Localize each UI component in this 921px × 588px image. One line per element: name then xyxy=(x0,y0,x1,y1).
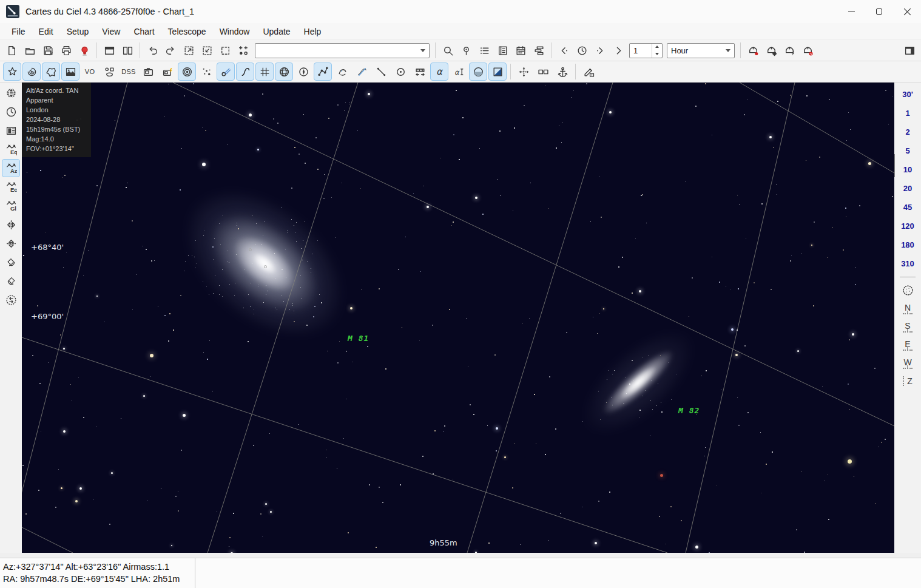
selection-marquee-button[interactable] xyxy=(217,42,234,59)
show-circle-marker-button[interactable] xyxy=(391,63,410,81)
rotate-left-button[interactable] xyxy=(2,272,20,290)
flip-vertical-button[interactable] xyxy=(2,234,20,252)
fov-2deg-button[interactable]: 2 xyxy=(894,123,921,141)
fov-1deg-button[interactable]: 1 xyxy=(894,104,921,123)
time-step-back-button[interactable] xyxy=(555,42,572,59)
rotate-right-button[interactable] xyxy=(2,253,20,271)
telescope-disconnect-button[interactable] xyxy=(799,42,816,59)
fov-45deg-button[interactable]: 45 xyxy=(894,198,921,217)
window-side-by-side-button[interactable] xyxy=(119,42,136,59)
night-vision-button[interactable] xyxy=(76,42,93,59)
fov-180deg-button[interactable]: 180 xyxy=(894,235,921,254)
show-stars-button[interactable] xyxy=(3,63,21,81)
menu-telescope[interactable]: Telescope xyxy=(161,25,213,38)
menu-window[interactable]: Window xyxy=(213,25,257,38)
new-chart-button[interactable] xyxy=(3,42,20,59)
calendar-button[interactable] xyxy=(512,42,529,59)
show-nebula-outlines-button[interactable] xyxy=(42,63,60,81)
time-run-button[interactable] xyxy=(610,42,627,59)
object-search-combo[interactable] xyxy=(255,43,430,58)
telescope-park-button[interactable] xyxy=(744,42,761,59)
background-image-button[interactable] xyxy=(139,63,157,81)
close-button[interactable] xyxy=(893,0,921,23)
show-coordinates-button[interactable] xyxy=(2,84,20,102)
look-east-button[interactable]: E xyxy=(894,336,921,354)
show-finder-circles-button[interactable] xyxy=(178,63,196,81)
undo-button[interactable] xyxy=(144,42,161,59)
look-zenith-button[interactable]: Z xyxy=(894,372,921,390)
move-step-button[interactable] xyxy=(2,291,20,309)
object-label[interactable]: M 81 xyxy=(348,334,369,343)
show-field-lines-button[interactable] xyxy=(372,63,390,81)
look-west-button[interactable]: W xyxy=(894,354,921,372)
toggle-right-panel-button[interactable] xyxy=(901,42,918,59)
show-equatorial-grid-button[interactable] xyxy=(275,63,293,81)
open-chart-button[interactable] xyxy=(21,42,38,59)
object-label[interactable]: M 82 xyxy=(678,406,700,415)
spin-up-button[interactable] xyxy=(652,44,662,51)
zoom-out-selection-button[interactable] xyxy=(180,42,197,59)
background-image-auto-button[interactable] xyxy=(158,63,177,81)
show-object-shapes-button[interactable] xyxy=(100,63,118,81)
full-sky-button[interactable] xyxy=(899,281,917,299)
menu-help[interactable]: Help xyxy=(297,25,328,38)
edit-labels-button[interactable]: α xyxy=(450,63,468,81)
show-asterisms-button[interactable] xyxy=(197,63,215,81)
redo-button[interactable] xyxy=(162,42,179,59)
show-horizon-button[interactable] xyxy=(469,63,487,81)
coord-ecliptic-button[interactable]: Ec xyxy=(2,178,20,196)
show-labels-button[interactable]: α xyxy=(430,63,448,81)
show-altaz-grid-button[interactable] xyxy=(255,63,274,81)
sky-chart[interactable]: +68°40'+69°00'9h55mM 81M 82Alt/Az coord.… xyxy=(22,83,894,553)
flip-horizontal-button[interactable] xyxy=(2,215,20,234)
fov-120deg-button[interactable]: 120 xyxy=(894,217,921,235)
show-dss-image-button[interactable]: DSS xyxy=(120,63,138,81)
menu-view[interactable]: View xyxy=(95,25,127,38)
fov-10deg-button[interactable]: 10 xyxy=(894,160,921,179)
fov-310deg-button[interactable]: 310 xyxy=(894,254,921,273)
chart-date-time-button[interactable] xyxy=(2,103,20,121)
minimize-button[interactable] xyxy=(837,0,865,23)
print-chart-button[interactable] xyxy=(58,42,75,59)
observing-list-button[interactable] xyxy=(494,42,511,59)
show-vo-data-button[interactable]: VO xyxy=(81,63,99,81)
star-brightness-button[interactable] xyxy=(235,42,252,59)
edit-background-image-button[interactable] xyxy=(579,63,598,81)
show-constellation-lines-button[interactable] xyxy=(314,63,332,81)
show-milky-way-button[interactable] xyxy=(236,63,254,81)
time-unit-combo[interactable]: Hour xyxy=(667,43,735,58)
time-step-forward-button[interactable] xyxy=(592,42,609,59)
show-deepsky-objects-button[interactable] xyxy=(22,63,41,81)
menu-chart[interactable]: Chart xyxy=(127,25,161,38)
spin-down-button[interactable] xyxy=(652,50,662,58)
show-object-images-button[interactable] xyxy=(61,63,79,81)
show-compass-button[interactable] xyxy=(294,63,312,81)
pan-chart-button[interactable] xyxy=(514,63,533,81)
menu-setup[interactable]: Setup xyxy=(60,25,96,38)
object-list-button[interactable] xyxy=(476,42,493,59)
coord-equatorial-button[interactable]: Eq xyxy=(2,140,20,158)
fov-20deg-button[interactable]: 20 xyxy=(894,179,921,198)
show-comets-button[interactable] xyxy=(217,63,235,81)
menu-file[interactable]: File xyxy=(5,25,32,38)
look-north-button[interactable]: N xyxy=(894,299,921,317)
time-now-button[interactable] xyxy=(573,42,590,59)
show-constellation-art-button[interactable] xyxy=(333,63,351,81)
horizon-opaque-button[interactable] xyxy=(488,63,507,81)
fov-30min-button[interactable]: 30' xyxy=(894,85,921,104)
telescope-goto-button[interactable] xyxy=(763,42,780,59)
coord-altaz-button[interactable]: Az xyxy=(2,159,20,177)
fov-5deg-button[interactable]: 5 xyxy=(894,141,921,160)
show-milky-way-fill-button[interactable] xyxy=(353,63,371,81)
save-chart-button[interactable] xyxy=(39,42,56,59)
measure-distance-button[interactable] xyxy=(411,63,429,81)
telescope-slew-button[interactable] xyxy=(781,42,798,59)
look-south-button[interactable]: S xyxy=(894,317,921,336)
search-position-button[interactable] xyxy=(457,42,474,59)
chart-info-panel-button[interactable] xyxy=(2,121,20,140)
coord-galactic-button[interactable]: Gl xyxy=(2,197,20,215)
zoom-in-selection-button[interactable] xyxy=(198,42,215,59)
time-step-value[interactable]: 1 xyxy=(629,43,663,58)
eyepiece-field-button[interactable] xyxy=(534,63,552,81)
window-maximized-button[interactable] xyxy=(101,42,118,59)
